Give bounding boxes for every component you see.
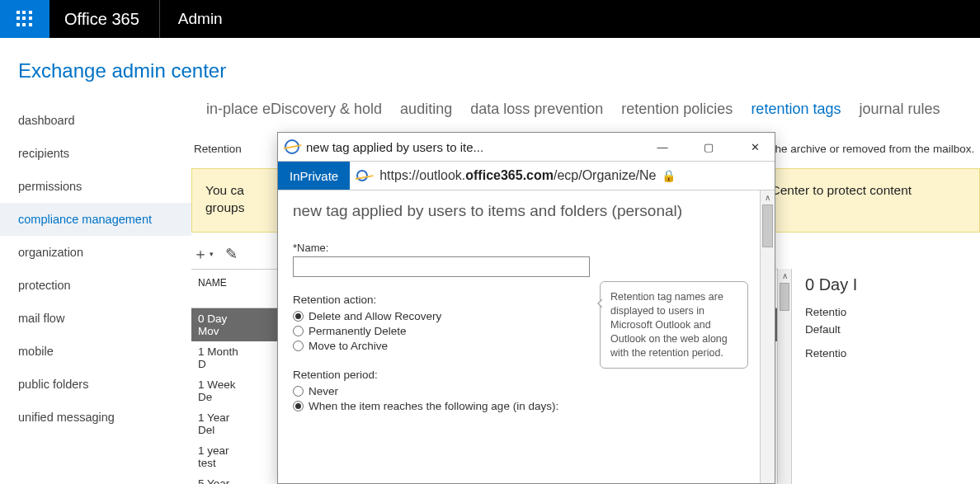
description-right: the archive or removed from the mailbox. — [770, 134, 974, 160]
warning-line1-left: You ca — [205, 182, 244, 200]
popup-titlebar[interactable]: new tag applied by users to ite... — ▢ ✕ — [278, 133, 775, 161]
top-bar: Office 365 Admin — [0, 0, 980, 38]
grid-scrollbar[interactable]: ∧ — [777, 269, 792, 484]
pencil-icon: ✎ — [225, 245, 238, 263]
popup-window: new tag applied by users to ite... — ▢ ✕… — [277, 132, 775, 484]
app-launcher-button[interactable] — [0, 0, 49, 38]
nav-compliance-management[interactable]: compliance management — [0, 203, 191, 236]
lock-icon: 🔒 — [662, 169, 676, 182]
inprivate-badge: InPrivate — [278, 162, 350, 190]
name-tooltip: Retention tag names are displayed to use… — [600, 281, 748, 369]
nav-permissions[interactable]: permissions — [0, 170, 191, 203]
ie-icon — [356, 170, 368, 181]
page-title: Exchange admin center — [0, 38, 980, 89]
nav-organization[interactable]: organization — [0, 236, 191, 269]
retention-period-label: Retention period: — [293, 369, 760, 381]
close-button[interactable]: ✕ — [747, 141, 763, 153]
name-input[interactable] — [293, 256, 590, 277]
maximize-button[interactable]: ▢ — [700, 141, 717, 153]
popup-title: new tag applied by users to ite... — [306, 140, 654, 154]
detail-line: Default — [805, 323, 857, 336]
chevron-down-icon: ▾ — [210, 250, 214, 258]
detail-line: Retentio — [805, 347, 857, 359]
dialog-title: new tag applied by users to items and fo… — [293, 202, 760, 220]
radio-icon — [293, 401, 304, 411]
radio-age-days[interactable]: When the item reaches the following age … — [293, 400, 760, 412]
tab-dlp[interactable]: data loss prevention — [470, 101, 603, 118]
ie-icon — [285, 139, 299, 154]
minimize-button[interactable]: — — [654, 141, 671, 153]
nav-public-folders[interactable]: public folders — [0, 368, 191, 401]
plus-icon: ＋ — [193, 244, 208, 264]
nav-protection[interactable]: protection — [0, 269, 191, 302]
brand-label[interactable]: Office 365 — [49, 0, 160, 38]
tab-bar: in-place eDiscovery & hold auditing data… — [191, 89, 980, 134]
description-left: Retention — [191, 134, 242, 160]
warning-line1-right: ce Center to protect content — [754, 182, 912, 200]
popup-body: new tag applied by users to items and fo… — [278, 190, 775, 423]
radio-icon — [293, 386, 304, 397]
tab-auditing[interactable]: auditing — [400, 101, 452, 118]
nav-mobile[interactable]: mobile — [0, 335, 191, 368]
scroll-thumb[interactable] — [762, 204, 773, 247]
nav-mail-flow[interactable]: mail flow — [0, 302, 191, 335]
nav-recipients[interactable]: recipients — [0, 137, 191, 170]
tab-ediscovery[interactable]: in-place eDiscovery & hold — [206, 101, 382, 118]
scroll-thumb[interactable] — [780, 283, 789, 311]
radio-never[interactable]: Never — [293, 385, 760, 397]
radio-icon — [293, 326, 304, 336]
address-bar: InPrivate https://outlook.office365.com/… — [278, 161, 775, 190]
detail-line: Retentio — [805, 306, 857, 318]
name-label: *Name: — [293, 242, 760, 254]
radio-icon — [293, 311, 304, 322]
popup-scrollbar[interactable]: ∧ — [760, 190, 775, 483]
scroll-up-icon[interactable]: ∧ — [778, 269, 791, 283]
tab-retention-tags[interactable]: retention tags — [751, 101, 841, 118]
scroll-up-icon[interactable]: ∧ — [761, 190, 775, 204]
tab-retention-policies[interactable]: retention policies — [621, 101, 733, 118]
radio-icon — [293, 341, 304, 351]
left-nav: dashboard recipients permissions complia… — [0, 89, 191, 484]
col-name[interactable]: NAME — [191, 270, 249, 308]
add-button[interactable]: ＋▾ — [191, 244, 215, 264]
url-field[interactable]: https://outlook.office365.com/ecp/Organi… — [350, 162, 775, 190]
edit-button[interactable]: ✎ — [224, 244, 239, 264]
nav-dashboard[interactable]: dashboard — [0, 104, 191, 137]
tab-journal-rules[interactable]: journal rules — [859, 101, 940, 118]
detail-pane: 0 Day I Retentio Default Retentio — [792, 269, 857, 484]
area-label[interactable]: Admin — [160, 0, 241, 38]
waffle-icon — [16, 11, 33, 27]
cell-name: 0 Day Mov — [191, 308, 249, 341]
nav-unified-messaging[interactable]: unified messaging — [0, 401, 191, 434]
detail-title: 0 Day I — [805, 275, 857, 294]
